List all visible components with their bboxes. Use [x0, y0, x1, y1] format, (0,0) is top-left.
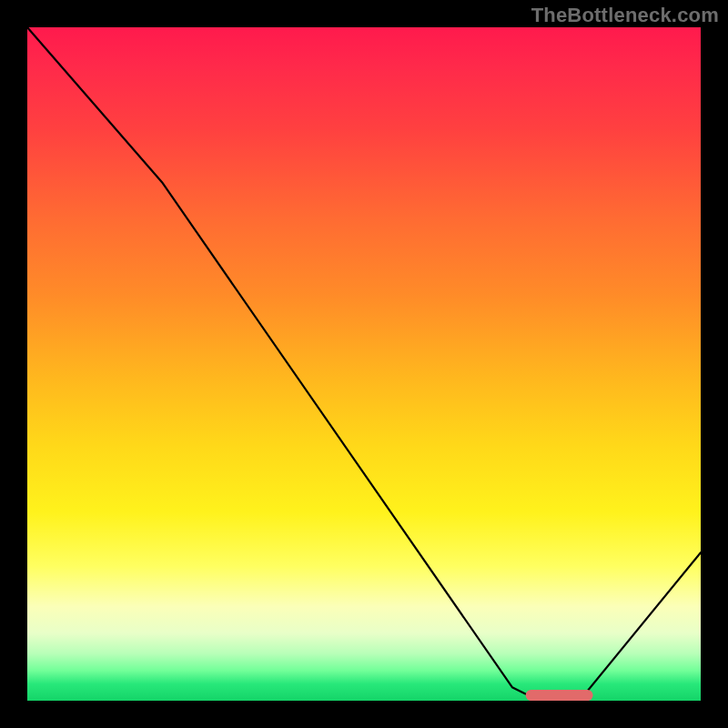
optimal-range-marker	[526, 690, 593, 701]
chart-frame: TheBottleneck.com	[0, 0, 728, 728]
bottleneck-curve	[27, 27, 701, 701]
curve-layer	[27, 27, 701, 701]
plot-area	[27, 27, 701, 701]
watermark-text: TheBottleneck.com	[531, 4, 719, 27]
